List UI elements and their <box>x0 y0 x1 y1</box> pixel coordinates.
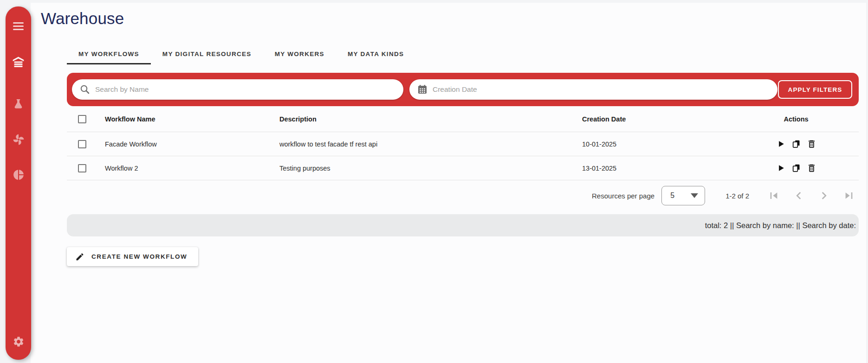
next-page-icon <box>818 190 830 202</box>
first-page-icon <box>768 190 780 202</box>
sidebar-item-workflows[interactable] <box>11 133 26 146</box>
row-checkbox[interactable] <box>78 164 86 172</box>
run-workflow-button[interactable] <box>776 163 786 173</box>
creation-date-cell: 10-01-2025 <box>582 140 698 148</box>
copy-workflow-button[interactable] <box>791 163 801 173</box>
chevron-down-icon <box>691 193 698 198</box>
page-size-select[interactable]: 5 <box>661 186 705 205</box>
run-icon <box>776 139 786 149</box>
status-bar-text: total: 2 || Search by name: || Search by… <box>705 221 856 230</box>
tab-my-workers[interactable]: MY WORKERS <box>263 45 336 64</box>
page-title: Warehouse <box>41 9 124 28</box>
menu-toggle-button[interactable] <box>11 19 26 33</box>
row-checkbox[interactable] <box>78 140 86 148</box>
pagination-range-label: 1-2 of 2 <box>725 192 749 200</box>
delete-icon <box>807 163 816 173</box>
sidebar-item-analytics[interactable] <box>11 168 26 182</box>
last-page-button[interactable] <box>843 190 855 202</box>
copy-icon <box>791 163 801 173</box>
column-header-workflow-name: Workflow Name <box>105 115 279 123</box>
page-size-value: 5 <box>670 191 674 200</box>
copy-icon <box>791 139 801 149</box>
next-page-button[interactable] <box>818 190 830 202</box>
tab-my-digital-resources[interactable]: MY DIGITAL RESOURCES <box>151 45 263 64</box>
pie-chart-icon <box>13 169 25 181</box>
first-page-button[interactable] <box>768 190 780 202</box>
pencil-icon <box>75 252 84 261</box>
status-bar: total: 2 || Search by name: || Search by… <box>67 214 859 236</box>
warehouse-icon <box>12 56 25 68</box>
tab-my-workflows[interactable]: MY WORKFLOWS <box>67 45 151 64</box>
filter-bar: APPLY FILTERS <box>67 73 859 106</box>
table-row: Workflow 2 Testing purposes 13-01-2025 <box>67 156 859 180</box>
tab-bar: MY WORKFLOWS MY DIGITAL RESOURCES MY WOR… <box>67 45 415 64</box>
search-field-wrap <box>72 79 403 100</box>
sidebar-item-settings[interactable] <box>11 335 26 349</box>
sidebar <box>6 6 31 360</box>
tab-my-data-kinds[interactable]: MY DATA KINDS <box>336 45 415 64</box>
run-icon <box>776 163 786 173</box>
workflows-table: Workflow Name Description Creation Date … <box>67 106 859 211</box>
description-cell: Testing purposes <box>279 165 582 172</box>
sidebar-item-experiments[interactable] <box>11 97 26 111</box>
previous-page-icon <box>793 190 805 202</box>
previous-page-button[interactable] <box>793 190 805 202</box>
column-header-actions: Actions <box>761 115 831 123</box>
delete-icon <box>807 139 816 149</box>
search-input[interactable] <box>72 79 403 100</box>
gear-icon <box>13 336 25 348</box>
table-row: Facade Workflow workflow to test facade … <box>67 132 859 156</box>
run-workflow-button[interactable] <box>776 139 786 149</box>
copy-workflow-button[interactable] <box>791 139 801 149</box>
sidebar-item-warehouse[interactable] <box>11 55 26 69</box>
fan-icon <box>13 134 25 146</box>
creation-date-input[interactable] <box>409 79 777 100</box>
create-new-workflow-button[interactable]: CREATE NEW WORKFLOW <box>67 247 198 266</box>
workflow-name-cell: Workflow 2 <box>105 165 279 172</box>
last-page-icon <box>843 190 855 202</box>
resources-per-page-label: Resources per page <box>592 192 654 200</box>
column-header-description: Description <box>279 115 582 123</box>
select-all-checkbox[interactable] <box>78 115 86 123</box>
creation-date-cell: 13-01-2025 <box>582 165 698 172</box>
description-cell: workflow to test facade tf rest api <box>279 140 582 148</box>
pagination-bar: Resources per page 5 1-2 of 2 <box>67 180 859 211</box>
create-new-workflow-label: CREATE NEW WORKFLOW <box>91 253 187 260</box>
apply-filters-button[interactable]: APPLY FILTERS <box>778 80 852 99</box>
delete-workflow-button[interactable] <box>807 163 816 173</box>
table-header-row: Workflow Name Description Creation Date … <box>67 106 859 132</box>
workflow-name-cell: Facade Workflow <box>105 140 279 148</box>
date-field-wrap <box>409 79 777 100</box>
hamburger-icon <box>13 21 24 31</box>
flask-icon <box>13 98 24 110</box>
column-header-creation-date: Creation Date <box>582 115 698 123</box>
delete-workflow-button[interactable] <box>807 139 816 149</box>
